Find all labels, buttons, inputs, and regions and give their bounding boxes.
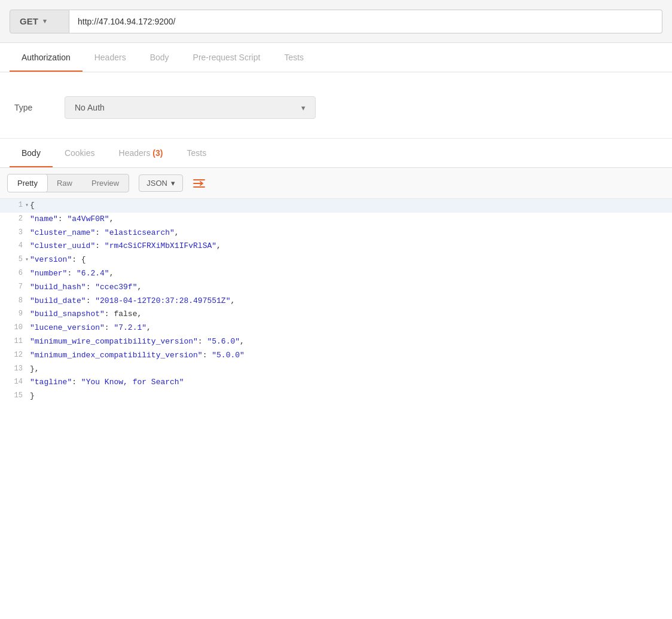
json-viewer: 1▾{2 "name": "a4VwF0R",3 "cluster_name":… bbox=[0, 199, 672, 403]
line-content: "number": "6.2.4", bbox=[30, 267, 672, 281]
line-number: 2 bbox=[0, 213, 30, 225]
json-format-selector[interactable]: JSON ▾ bbox=[139, 174, 183, 192]
tab-headers-response[interactable]: Headers (3) bbox=[107, 139, 175, 167]
json-line: 8 "build_date": "2018-04-12T20:37:28.497… bbox=[0, 295, 672, 308]
auth-section: Type No Auth ▾ bbox=[0, 72, 672, 139]
json-line: 9 "build_snapshot": false, bbox=[0, 308, 672, 321]
line-number: 3 bbox=[0, 226, 30, 239]
line-number: 11 bbox=[0, 335, 30, 348]
tab-headers[interactable]: Headers bbox=[83, 43, 138, 72]
json-line: 14 "tagline": "You Know, for Search" bbox=[0, 376, 672, 390]
line-content: "version": { bbox=[30, 253, 672, 267]
request-tabs: Authorization Headers Body Pre-request S… bbox=[0, 43, 672, 72]
method-chevron-icon: ▾ bbox=[43, 17, 47, 25]
line-content: } bbox=[30, 390, 672, 403]
json-line: 7 "build_hash": "ccec39f", bbox=[0, 281, 672, 295]
line-content: "build_date": "2018-04-12T20:37:28.49755… bbox=[30, 295, 672, 308]
json-line: 11 "minimum_wire_compatibility_version":… bbox=[0, 335, 672, 349]
response-tabs: Body Cookies Headers (3) Tests bbox=[0, 139, 672, 168]
auth-type-value: No Auth bbox=[75, 103, 105, 112]
line-number: 15 bbox=[0, 390, 30, 402]
raw-button[interactable]: Raw bbox=[47, 174, 82, 192]
method-selector[interactable]: GET ▾ bbox=[10, 10, 69, 33]
wrap-button[interactable] bbox=[188, 174, 210, 192]
line-content: "cluster_uuid": "rm4cSiCFRXiMbX1IFvRlSA"… bbox=[30, 240, 672, 253]
line-number: 5▾ bbox=[0, 253, 30, 266]
line-number: 12 bbox=[0, 349, 30, 361]
line-number: 1▾ bbox=[0, 199, 30, 212]
line-toggle-icon[interactable]: ▾ bbox=[25, 201, 29, 210]
json-line: 10 "lucene_version": "7.2.1", bbox=[0, 321, 672, 335]
tab-pre-request-script[interactable]: Pre-request Script bbox=[181, 43, 273, 72]
auth-type-dropdown[interactable]: No Auth ▾ bbox=[65, 96, 316, 119]
headers-badge: (3) bbox=[152, 148, 163, 158]
tab-body-request[interactable]: Body bbox=[138, 43, 181, 72]
wrap-icon bbox=[193, 177, 206, 190]
line-content: { bbox=[30, 199, 672, 213]
tab-tests-response[interactable]: Tests bbox=[175, 139, 218, 167]
line-number: 9 bbox=[0, 308, 30, 320]
json-line: 6 "number": "6.2.4", bbox=[0, 267, 672, 281]
preview-button[interactable]: Preview bbox=[82, 174, 129, 192]
json-line: 2 "name": "a4VwF0R", bbox=[0, 213, 672, 226]
json-line: 1▾{ bbox=[0, 199, 672, 213]
line-number: 8 bbox=[0, 295, 30, 307]
line-toggle-icon[interactable]: ▾ bbox=[25, 255, 29, 265]
line-number: 14 bbox=[0, 376, 30, 388]
auth-type-label: Type bbox=[14, 103, 50, 112]
line-content: "lucene_version": "7.2.1", bbox=[30, 321, 672, 335]
tab-body-response[interactable]: Body bbox=[10, 139, 53, 167]
tab-authorization[interactable]: Authorization bbox=[10, 43, 83, 72]
json-line: 15} bbox=[0, 390, 672, 403]
json-line: 12 "minimum_index_compatibility_version"… bbox=[0, 349, 672, 363]
json-format-chevron-icon: ▾ bbox=[171, 179, 175, 188]
line-content: "name": "a4VwF0R", bbox=[30, 213, 672, 226]
line-number: 6 bbox=[0, 267, 30, 280]
line-number: 13 bbox=[0, 363, 30, 375]
method-label: GET bbox=[20, 16, 38, 26]
line-content: "build_snapshot": false, bbox=[30, 308, 672, 321]
line-number: 7 bbox=[0, 281, 30, 293]
line-number: 4 bbox=[0, 240, 30, 252]
url-bar: GET ▾ bbox=[0, 0, 672, 43]
line-content: "cluster_name": "elasticsearch", bbox=[30, 226, 672, 240]
json-line: 4 "cluster_uuid": "rm4cSiCFRXiMbX1IFvRlS… bbox=[0, 240, 672, 253]
json-line: 3 "cluster_name": "elasticsearch", bbox=[0, 226, 672, 240]
line-content: "minimum_index_compatibility_version": "… bbox=[30, 349, 672, 363]
line-content: "minimum_wire_compatibility_version": "5… bbox=[30, 335, 672, 349]
line-content: }, bbox=[30, 363, 672, 376]
line-content: "tagline": "You Know, for Search" bbox=[30, 376, 672, 390]
auth-dropdown-chevron-icon: ▾ bbox=[301, 103, 306, 112]
tab-cookies[interactable]: Cookies bbox=[53, 139, 107, 167]
pretty-button[interactable]: Pretty bbox=[7, 174, 48, 192]
url-input[interactable] bbox=[69, 10, 662, 33]
line-number: 10 bbox=[0, 321, 30, 334]
json-line: 5▾ "version": { bbox=[0, 253, 672, 267]
format-bar: Pretty Raw Preview JSON ▾ bbox=[0, 168, 672, 199]
format-group: Pretty Raw Preview bbox=[7, 174, 129, 192]
auth-row: Type No Auth ▾ bbox=[14, 96, 658, 119]
tab-tests-request[interactable]: Tests bbox=[272, 43, 316, 72]
line-content: "build_hash": "ccec39f", bbox=[30, 281, 672, 295]
json-format-label: JSON bbox=[146, 179, 167, 188]
json-line: 13 }, bbox=[0, 363, 672, 376]
